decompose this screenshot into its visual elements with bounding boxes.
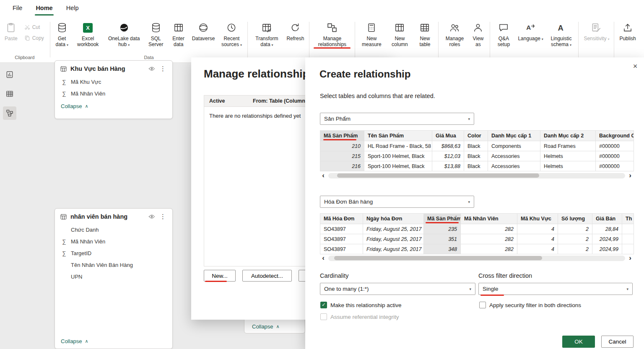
recent-sources-button[interactable]: Recent sources▾ bbox=[218, 18, 245, 49]
annotation-underline bbox=[323, 139, 356, 140]
chevron-down-icon: ▾ bbox=[626, 287, 628, 291]
cross-filter-dropdown[interactable]: Single ▾ bbox=[478, 283, 633, 295]
chevron-down-icon: ▾ bbox=[468, 117, 470, 121]
field-item[interactable]: ∑Mã Nhân Viên bbox=[55, 235, 172, 247]
annotation-underline bbox=[480, 295, 504, 296]
dataverse-button[interactable]: Dataverse bbox=[189, 18, 218, 43]
field-item[interactable]: UPN bbox=[55, 271, 172, 282]
language-button[interactable]: A Language▾ bbox=[515, 18, 546, 43]
cut-button[interactable]: Cut bbox=[22, 23, 46, 31]
cardinality-dropdown[interactable]: One to many (1:*) ▾ bbox=[320, 283, 475, 295]
referential-integrity-checkbox[interactable]: Assume referential integrity bbox=[320, 313, 399, 320]
model-view-button[interactable] bbox=[3, 106, 16, 120]
collapse-link[interactable]: Collapse∧ bbox=[55, 99, 172, 114]
field-item[interactable]: ∑TargetID bbox=[55, 247, 172, 259]
column-header[interactable]: Danh Mục cấp 1 bbox=[488, 131, 540, 141]
qa-setup-button[interactable]: Q&A setup bbox=[492, 18, 515, 48]
scrollbar-thumb[interactable] bbox=[337, 173, 539, 178]
scrollbar-thumb[interactable] bbox=[334, 256, 542, 260]
chevron-up-icon: ∧ bbox=[276, 324, 280, 329]
new-table-button[interactable]: New table bbox=[413, 18, 436, 48]
ok-button[interactable]: OK bbox=[562, 336, 595, 348]
copy-button[interactable]: Copy bbox=[22, 34, 46, 42]
model-table-card-khu-vuc[interactable]: Khu Vực bán Hàng ⋮ ∑Mã Khu Vực ∑Mã Nhân … bbox=[55, 60, 173, 119]
autodetect-button[interactable]: Autodetect... bbox=[242, 270, 292, 282]
menu-tab-help[interactable]: Help bbox=[60, 0, 86, 17]
cardinality-label: Cardinality bbox=[320, 272, 349, 279]
column-header[interactable]: Tên Sản Phẩm bbox=[364, 131, 432, 141]
more-options-icon[interactable]: ⋮ bbox=[158, 213, 167, 220]
report-view-button[interactable] bbox=[3, 68, 16, 81]
data-view-button[interactable] bbox=[3, 87, 16, 101]
collapse-link[interactable]: Collapse∧ bbox=[55, 334, 172, 349]
scroll-right-icon[interactable]: › bbox=[627, 172, 634, 179]
chevron-down-icon: ▾ bbox=[240, 43, 242, 47]
column-header[interactable]: Số lượng bbox=[558, 214, 592, 224]
menu-tab-file[interactable]: File bbox=[6, 0, 29, 17]
close-icon[interactable]: × bbox=[630, 61, 641, 72]
field-item[interactable]: ∑Mã Khu Vực bbox=[55, 76, 172, 88]
column-header[interactable]: Mã Hóa Đơn bbox=[320, 214, 363, 224]
field-item[interactable]: Chức Danh bbox=[55, 224, 172, 235]
transform-data-button[interactable]: Transform data▾ bbox=[250, 18, 283, 49]
make-active-checkbox[interactable]: ✓ Make this relationship active bbox=[320, 302, 402, 308]
scroll-right-icon[interactable]: › bbox=[627, 255, 634, 261]
ribbon-group-security: Manage roles View as bbox=[441, 18, 488, 62]
database-icon bbox=[57, 21, 68, 34]
column-header[interactable]: Mã Sản Phẩm bbox=[320, 131, 364, 141]
background-card-partial: Collapse∧ bbox=[244, 319, 305, 333]
eye-icon[interactable] bbox=[148, 213, 155, 220]
manage-relationships-button[interactable]: Manage relationships bbox=[312, 18, 353, 48]
enter-data-button[interactable]: Enter data bbox=[168, 18, 189, 48]
field-item[interactable]: Tên Nhân Viên Bán Hàng bbox=[55, 259, 172, 271]
publish-button[interactable]: Publish bbox=[616, 18, 639, 43]
linguistic-schema-button[interactable]: A Linguistic schema▾ bbox=[546, 18, 576, 49]
column-header[interactable]: Mã Sản Phẩm bbox=[424, 214, 461, 224]
column-header[interactable]: Mã Nhân Viên bbox=[461, 214, 517, 224]
table-grid-icon bbox=[173, 21, 184, 34]
menu-tab-home[interactable]: Home bbox=[29, 0, 59, 17]
second-table-selector[interactable]: Hóa Đơn Bán hàng ▾ bbox=[320, 196, 474, 208]
column-header[interactable]: Giá Bán bbox=[592, 214, 622, 224]
sigma-icon: ∑ bbox=[61, 250, 68, 256]
column-header[interactable]: Color bbox=[464, 131, 488, 141]
scroll-left-icon[interactable]: ‹ bbox=[320, 172, 327, 179]
column-header[interactable]: Background Col bbox=[596, 131, 634, 141]
manage-roles-button[interactable]: Manage roles bbox=[441, 18, 468, 48]
new-measure-button[interactable]: New measure bbox=[357, 18, 386, 48]
column-header[interactable]: Th bbox=[622, 214, 634, 224]
column-header[interactable]: Giá Mua bbox=[432, 131, 464, 141]
checkbox-box: ✓ bbox=[320, 302, 327, 308]
refresh-icon bbox=[290, 21, 301, 34]
more-options-icon[interactable]: ⋮ bbox=[158, 65, 167, 72]
create-relationship-dialog: × Create relationship Select tables and … bbox=[305, 57, 644, 349]
new-column-button[interactable]: New column bbox=[386, 18, 413, 48]
column-header[interactable]: Mã Khu Vực bbox=[517, 214, 558, 224]
get-data-button[interactable]: Get data▾ bbox=[52, 18, 72, 49]
chevron-up-icon: ∧ bbox=[85, 339, 88, 344]
sql-server-button[interactable]: SQL Server bbox=[144, 18, 168, 48]
security-filter-checkbox[interactable]: Apply security filter in both directions bbox=[479, 302, 581, 308]
model-table-card-nhan-vien[interactable]: nhân viên bán hàng ⋮ Chức Danh ∑Mã Nhân … bbox=[55, 208, 173, 349]
new-relationship-button[interactable]: New... bbox=[204, 270, 236, 282]
chevron-down-icon: ▾ bbox=[128, 43, 130, 47]
scroll-left-icon[interactable]: ‹ bbox=[320, 255, 327, 261]
table-row: SO43897 Friday, August 25, 2017 235 282 … bbox=[320, 224, 634, 234]
onelake-data-hub-button[interactable]: OneLake data hub▾ bbox=[104, 18, 144, 49]
relationships-icon bbox=[326, 21, 338, 34]
scrollbar-track[interactable] bbox=[328, 256, 625, 261]
collapse-link[interactable]: Collapse∧ bbox=[244, 323, 280, 330]
column-header-from: From: Table (Column) bbox=[248, 96, 312, 106]
view-as-button[interactable]: View as bbox=[468, 18, 488, 48]
first-table-selector[interactable]: Sản Phẩm ▾ bbox=[320, 113, 474, 125]
field-item[interactable]: ∑Mã Nhân Viên bbox=[55, 88, 172, 99]
scrollbar-track[interactable] bbox=[328, 173, 625, 178]
cancel-button[interactable]: Cancel bbox=[601, 336, 634, 348]
excel-workbook-button[interactable]: X Excel workbook bbox=[72, 18, 104, 48]
column-header[interactable]: Ngày hóa Đơn bbox=[363, 214, 424, 224]
refresh-button[interactable]: Refresh bbox=[283, 18, 307, 43]
paste-button[interactable]: Paste bbox=[2, 18, 21, 43]
eye-icon[interactable] bbox=[148, 65, 155, 72]
column-header[interactable]: Danh Mục cấp 2 bbox=[540, 131, 596, 141]
sensitivity-button[interactable]: Sensitivity▾ bbox=[581, 18, 612, 43]
